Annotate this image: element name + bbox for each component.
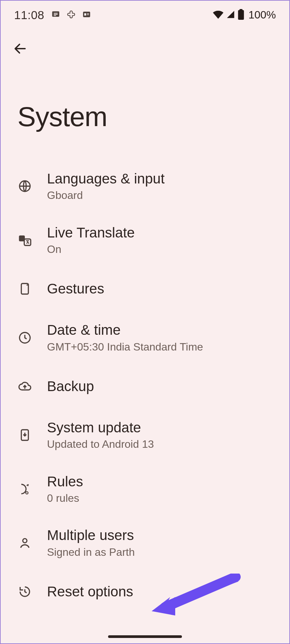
svg-rect-1 bbox=[83, 11, 90, 17]
setting-rules[interactable]: Rules 0 rules bbox=[1, 462, 289, 516]
setting-subtitle: GMT+05:30 India Standard Time bbox=[47, 340, 203, 353]
setting-title: Languages & input bbox=[47, 171, 164, 187]
status-bar: 11:08 100% bbox=[1, 1, 289, 26]
svg-text:G: G bbox=[20, 236, 24, 241]
svg-rect-3 bbox=[238, 10, 244, 19]
system-update-icon bbox=[17, 428, 32, 442]
setting-title: System update bbox=[47, 420, 154, 436]
setting-gestures[interactable]: Gestures bbox=[1, 267, 289, 311]
page-title: System bbox=[1, 64, 289, 159]
svg-rect-2 bbox=[84, 13, 86, 15]
setting-subtitle: Gboard bbox=[47, 189, 164, 202]
messages-icon bbox=[51, 10, 60, 20]
setting-backup[interactable]: Backup bbox=[1, 365, 289, 408]
setting-subtitle: Signed in as Parth bbox=[47, 546, 135, 558]
gestures-icon bbox=[17, 281, 32, 296]
setting-title: Date & time bbox=[47, 322, 203, 338]
home-indicator[interactable] bbox=[108, 635, 182, 638]
setting-subtitle: Updated to Android 13 bbox=[47, 438, 154, 450]
svg-rect-4 bbox=[240, 9, 243, 10]
setting-title: Multiple users bbox=[47, 527, 135, 543]
setting-languages-input[interactable]: Languages & input Gboard bbox=[1, 159, 289, 213]
setting-title: Rules bbox=[47, 474, 83, 490]
setting-system-update[interactable]: System update Updated to Android 13 bbox=[1, 408, 289, 462]
setting-title: Backup bbox=[47, 378, 94, 394]
notification-icons bbox=[51, 10, 91, 20]
setting-title: Reset options bbox=[47, 584, 133, 600]
setting-date-time[interactable]: Date & time GMT+05:30 India Standard Tim… bbox=[1, 311, 289, 365]
news-icon bbox=[82, 10, 91, 20]
cloud-upload-icon bbox=[17, 379, 32, 394]
person-icon bbox=[17, 536, 32, 550]
battery-icon bbox=[238, 9, 244, 21]
app-bar bbox=[1, 26, 289, 64]
status-clock: 11:08 bbox=[14, 8, 44, 22]
cell-signal-icon bbox=[226, 10, 236, 20]
svg-point-12 bbox=[26, 492, 28, 494]
battery-percentage: 100% bbox=[248, 9, 276, 21]
clock-icon bbox=[17, 330, 32, 345]
photos-icon bbox=[66, 10, 76, 20]
status-right: 100% bbox=[213, 9, 276, 21]
setting-title: Gestures bbox=[47, 281, 104, 297]
globe-icon bbox=[17, 179, 32, 194]
svg-point-13 bbox=[23, 539, 27, 543]
translate-icon: G bbox=[17, 233, 32, 248]
rules-icon bbox=[17, 482, 32, 496]
status-left: 11:08 bbox=[14, 8, 91, 22]
setting-subtitle: 0 rules bbox=[47, 492, 83, 504]
setting-title: Live Translate bbox=[47, 225, 135, 241]
setting-live-translate[interactable]: G Live Translate On bbox=[1, 213, 289, 267]
reset-icon bbox=[17, 584, 32, 599]
setting-multiple-users[interactable]: Multiple users Signed in as Parth bbox=[1, 516, 289, 570]
settings-list: Languages & input Gboard G Live Translat… bbox=[1, 159, 289, 613]
setting-reset-options[interactable]: Reset options bbox=[1, 570, 289, 613]
back-button[interactable] bbox=[13, 51, 28, 57]
svg-rect-0 bbox=[52, 11, 59, 16]
setting-subtitle: On bbox=[47, 243, 135, 256]
wifi-icon bbox=[213, 10, 224, 20]
